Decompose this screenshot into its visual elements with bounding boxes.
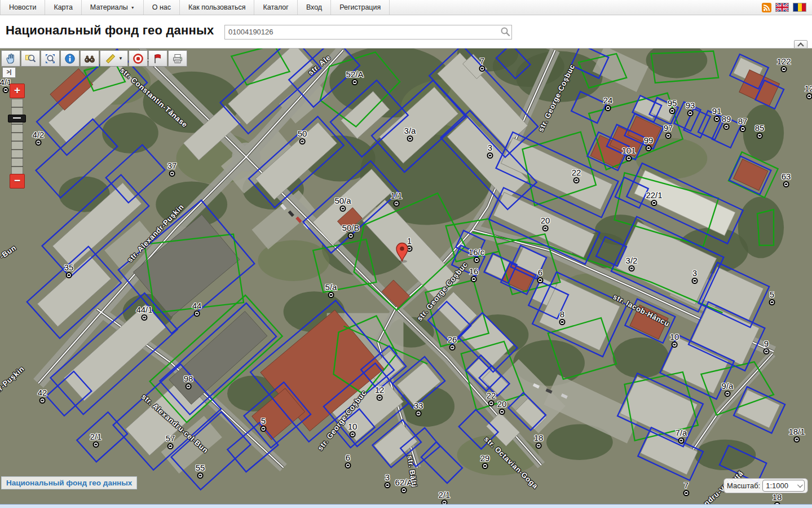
flag-button[interactable]: [148, 50, 167, 67]
nav-right-icons: [762, 0, 812, 15]
parcel-label: 10: [670, 332, 679, 348]
parcel-label: 5: [261, 417, 267, 432]
parcel-dot-icon: [687, 110, 694, 116]
parcel-dot-icon: [92, 441, 99, 448]
parcel-label: 7: [683, 481, 690, 496]
zoom-slider-handle[interactable]: [8, 115, 26, 122]
map-toolbar: ▼: [1, 50, 187, 67]
parcel-dot-icon: [167, 443, 174, 449]
zoom-in-button[interactable]: +: [10, 84, 25, 98]
parcel-label: 10: [348, 422, 358, 437]
print-button[interactable]: [168, 50, 187, 67]
parcel-dot-icon: [651, 200, 657, 206]
parcel-dot-icon: [573, 177, 580, 183]
nav-item-1[interactable]: Новости: [0, 0, 45, 15]
parcel-dot-icon: [351, 79, 358, 85]
parcel-dot-icon: [377, 395, 383, 401]
parcel-label: 95: [668, 99, 677, 114]
parcel-dot-icon: [197, 472, 204, 479]
parcel-dot-icon: [537, 277, 544, 283]
binoculars-button[interactable]: [80, 50, 99, 67]
parcel-dot-icon: [350, 431, 356, 437]
top-nav: НовостиКартаМатериалы▼О насКак пользоват…: [0, 0, 812, 15]
parcel-dot-icon: [400, 487, 407, 493]
zoom-slider-track[interactable]: [11, 99, 23, 174]
pan-button[interactable]: [1, 50, 20, 67]
parcel-label: 101: [621, 146, 636, 161]
chevron-down-icon: [797, 482, 803, 488]
parcel-dot-icon: [416, 410, 422, 417]
measure-button[interactable]: ▼: [100, 50, 128, 67]
language-flag-ro[interactable]: [793, 3, 806, 12]
parcel-dot-icon: [764, 348, 770, 354]
parcel-dot-icon: [646, 145, 652, 151]
rss-icon[interactable]: [762, 3, 771, 12]
parcel-label: 98: [184, 374, 193, 389]
search-input[interactable]: [225, 25, 501, 38]
zoom-box-button[interactable]: [21, 50, 40, 67]
zoom-out-button[interactable]: −: [10, 174, 25, 189]
language-flag-uk[interactable]: [775, 3, 789, 12]
scale-label: Масштаб:: [727, 481, 760, 490]
nav-item-5[interactable]: Как пользоваться: [180, 0, 254, 15]
nav-item-2[interactable]: Карта: [45, 0, 81, 15]
geoportal-page: НовостиКартаМатериалы▼О насКак пользоват…: [0, 0, 812, 508]
parcel-dot-icon: [542, 225, 549, 231]
parcel-label: 5: [769, 290, 775, 305]
parcel-label: 20: [541, 216, 550, 231]
parcel-label: 22: [487, 391, 496, 406]
scale-select[interactable]: 1:1000: [762, 480, 805, 492]
parcel-dot-icon: [482, 463, 488, 469]
chevron-down-icon: ▼: [118, 56, 123, 61]
parcel-label: 3: [692, 269, 698, 284]
nav-item-3[interactable]: Материалы▼: [82, 0, 144, 15]
info-button[interactable]: [60, 50, 80, 67]
parcel-label: 26: [448, 335, 457, 351]
parcel-label: 55: [196, 463, 205, 479]
parcel-dot-icon: [724, 391, 730, 397]
parcel-label: 1/1: [391, 191, 403, 207]
scale-value: 1:1000: [766, 481, 788, 490]
nav-item-7[interactable]: Вход: [298, 0, 331, 15]
parcel-label: 6: [345, 453, 351, 468]
parcel-label: 2/1: [90, 432, 102, 448]
parcel-label: 3: [385, 473, 391, 488]
point-select-button[interactable]: [129, 50, 148, 67]
zoom-extent-button[interactable]: [41, 50, 60, 67]
parcel-label: 16: [469, 267, 479, 282]
parcel-dot-icon: [66, 272, 72, 278]
parcel-dot-icon: [2, 87, 8, 93]
parcel-dot-icon: [665, 133, 672, 139]
parcel-label: 35: [64, 263, 74, 278]
parcel-label: 89: [722, 115, 731, 130]
nav-item-6[interactable]: Каталог: [254, 0, 297, 15]
satellite-layer: [0, 49, 812, 508]
footer-bar: [0, 504, 812, 508]
nav-item-4[interactable]: О нас: [144, 0, 180, 15]
parcel-dot-icon: [806, 93, 812, 99]
parcel-label: 62/A: [395, 478, 413, 493]
nav-item-8[interactable]: Регистрация: [331, 0, 390, 15]
search-box: [224, 25, 512, 40]
sidebar-expand-button[interactable]: >|: [2, 67, 16, 78]
parcel-dot-icon: [261, 426, 267, 432]
parcel-label: 97: [664, 124, 673, 139]
map-canvas[interactable]: str. Alestr. Constantin-Tănasestr. Alexa…: [0, 48, 812, 508]
parcel-label: 3/2: [626, 256, 638, 271]
parcel-dot-icon: [683, 490, 690, 496]
parcel-label: 12: [805, 84, 812, 99]
parcel-label: 18: [534, 433, 544, 449]
search-icon[interactable]: [497, 26, 510, 37]
parcel-dot-icon: [499, 409, 505, 415]
parcel-dot-icon: [347, 233, 354, 239]
parcel-label: 8: [559, 310, 566, 325]
parcel-dot-icon: [488, 400, 495, 406]
parcel-label: 20: [497, 400, 507, 415]
parcel-dot-icon: [692, 278, 698, 284]
parcel-dot-icon: [628, 265, 634, 271]
layer-tab[interactable]: Национальный фонд гео данных: [1, 476, 137, 489]
parcel-dot-icon: [194, 310, 200, 317]
parcel-dot-icon: [345, 462, 351, 468]
parcel-label: 3: [487, 143, 493, 159]
parcel-label: 2/1: [439, 491, 451, 506]
